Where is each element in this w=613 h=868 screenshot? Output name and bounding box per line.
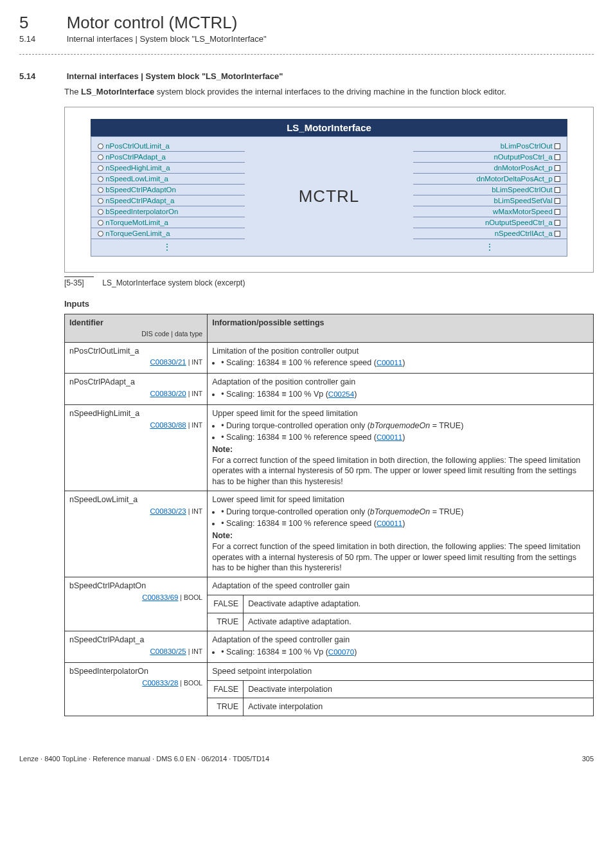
- code-link[interactable]: C00070: [328, 648, 354, 656]
- code-link[interactable]: C00830/20: [150, 390, 186, 397]
- code-link[interactable]: C00830/23: [150, 507, 186, 515]
- diagram-input-signal: nSpeedLowLimit_a: [91, 174, 245, 185]
- subchapter-line: 5.14 Internal interfaces | System block …: [19, 34, 594, 44]
- diagram-output-signal: bLimSpeedCtrlOut: [413, 185, 567, 195]
- diagram-title-bar: LS_MotorInterface: [91, 119, 567, 136]
- code-link[interactable]: C00833/69: [142, 593, 178, 601]
- diagram-input-signal: nSpeedCtrlPAdapt_a: [91, 195, 245, 206]
- info-cell: Adaptation of the position controller ga…: [208, 374, 594, 405]
- diagram-output-signal: dnMotorPosAct_p: [413, 163, 567, 174]
- code-link[interactable]: C00830/21: [150, 358, 186, 366]
- diagram-output-signal: nSpeedCtrlIAct_a: [413, 228, 567, 239]
- info-cell: Speed setpoint interpolation: [208, 662, 594, 680]
- code-link[interactable]: C00830/25: [150, 647, 186, 655]
- info-cell: Adaptation of the speed controller gain•…: [208, 631, 594, 662]
- code-link[interactable]: C00011: [377, 520, 402, 527]
- section-number: 5.14: [19, 71, 64, 81]
- diagram-center-label: MCTRL: [245, 137, 414, 256]
- diagram-output-signal: bLimSpeedSetVal: [413, 195, 567, 206]
- footer-left: Lenze · 8400 TopLine · Reference manual …: [19, 755, 269, 763]
- block-diagram: LS_MotorInterface nPosCtrlOutLimit_a nPo…: [64, 107, 594, 273]
- subchapter-title: Internal interfaces | System block "LS_M…: [67, 34, 267, 44]
- table-row: nPosCtrlPAdapt_aC00830/20 | INTAdaptatio…: [65, 374, 594, 405]
- diagram-input-signal: bSpeedCtrlPAdaptOn: [91, 185, 245, 195]
- diagram-input-signal: nTorqueGenLimit_a: [91, 228, 245, 239]
- col-identifier: Identifier DIS code | data type: [65, 314, 208, 342]
- info-cell: Adaptation of the speed controller gain: [208, 577, 594, 595]
- section-heading: 5.14 Internal interfaces | System block …: [19, 71, 594, 81]
- diagram-input-signal: bSpeedInterpolatorOn: [91, 206, 245, 217]
- diagram-input-signal: nPosCtrlPAdapt_a: [91, 152, 245, 163]
- subchapter-number: 5.14: [19, 34, 64, 44]
- divider: [19, 54, 594, 55]
- diagram-input-signal: nPosCtrlOutLimit_a: [91, 141, 245, 152]
- table-row: nSpeedHighLimit_aC00830/88 | INTUpper sp…: [65, 405, 594, 491]
- code-link[interactable]: C00830/88: [150, 421, 186, 429]
- chapter-title: Motor control (MCTRL): [67, 13, 238, 32]
- intro-paragraph: The LS_MotorInterface system block provi…: [64, 86, 594, 98]
- info-cell: Lower speed limit for speed limitation• …: [208, 491, 594, 577]
- section-title: Internal interfaces | System block "LS_M…: [67, 71, 283, 81]
- figure-caption: [5-35] LS_MotorInterface system block (e…: [64, 276, 594, 287]
- diagram-inputs-column: nPosCtrlOutLimit_a nPosCtrlPAdapt_a nSpe…: [91, 137, 245, 256]
- diagram-output-signal: nOutputPosCtrl_a: [413, 152, 567, 163]
- figure-caption-text: LS_MotorInterface system block (excerpt): [102, 278, 245, 287]
- code-link[interactable]: C00254: [328, 390, 354, 398]
- code-link[interactable]: C00011: [377, 359, 402, 366]
- diagram-output-signal: wMaxMotorSpeed: [413, 206, 567, 217]
- code-link[interactable]: C00833/28: [142, 679, 178, 687]
- info-cell: Limitation of the position controller ou…: [208, 342, 594, 374]
- inputs-heading: Inputs: [64, 299, 594, 309]
- page-footer: Lenze · 8400 TopLine · Reference manual …: [19, 755, 594, 763]
- footer-page: 305: [582, 755, 594, 763]
- diagram-output-signal: bLimPosCtrlOut: [413, 141, 567, 152]
- diagram-input-signal: nTorqueMotLimit_a: [91, 217, 245, 228]
- inputs-table: Identifier DIS code | data type Informat…: [64, 314, 594, 717]
- info-cell: Upper speed limit for the speed limitati…: [208, 405, 594, 491]
- table-row: bSpeedCtrlPAdaptOnC00833/69 | BOOLAdapta…: [65, 577, 594, 595]
- table-row: nPosCtrlOutLimit_aC00830/21 | INTLimitat…: [65, 342, 594, 374]
- code-link[interactable]: C00011: [377, 433, 402, 441]
- figure-number: [5-35]: [64, 276, 94, 287]
- diagram-output-signal: nOutputSpeedCtrl_a: [413, 217, 567, 228]
- chapter-heading: 5 Motor control (MCTRL): [19, 13, 594, 33]
- chapter-number: 5: [19, 13, 64, 33]
- diagram-input-signal: nSpeedHighLimit_a: [91, 163, 245, 174]
- table-row: nSpeedLowLimit_aC00830/23 | INTLower spe…: [65, 491, 594, 577]
- col-info: Information/possible settings: [208, 314, 594, 342]
- diagram-outputs-column: bLimPosCtrlOut nOutputPosCtrl_a dnMotorP…: [413, 137, 567, 256]
- table-row: nSpeedCtrlPAdapt_aC00830/25 | INTAdaptat…: [65, 631, 594, 662]
- diagram-output-signal: dnMotorDeltaPosAct_p: [413, 174, 567, 185]
- table-row: bSpeedInterpolatorOnC00833/28 | BOOLSpee…: [65, 662, 594, 680]
